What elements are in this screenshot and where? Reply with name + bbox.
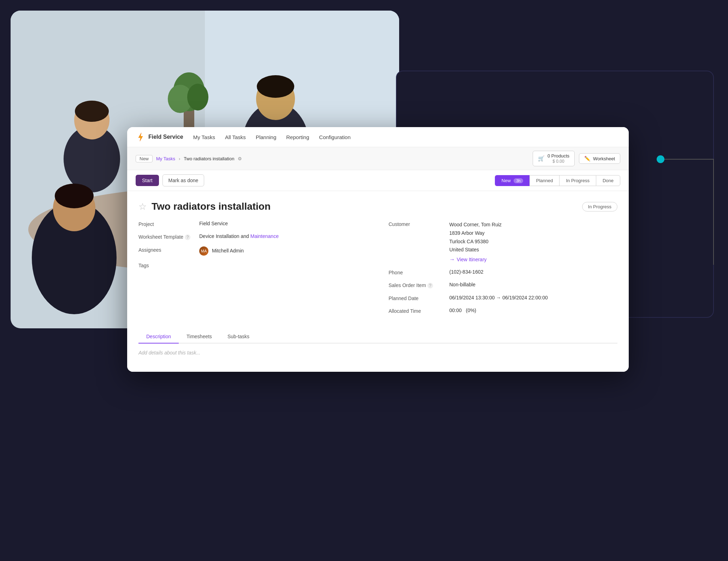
tab-sub-tasks[interactable]: Sub-tasks xyxy=(220,330,257,344)
project-label: Project xyxy=(138,221,195,227)
assignee-name: Mitchell Admin xyxy=(212,248,244,253)
field-sales-order: Sales Order Item ? Non-billable xyxy=(389,282,617,288)
planned-date-start: 06/19/2024 13:30:00 xyxy=(449,295,495,300)
customer-info: Wood Corner, Tom Ruiz 1839 Arbor Way Tur… xyxy=(449,221,502,263)
content-area: ☆ Two radiators installation In Progress… xyxy=(127,191,629,372)
step-done-label: Done xyxy=(603,178,614,183)
nav-bar: Field Service My Tasks All Tasks Plannin… xyxy=(127,127,629,147)
nav-logo: Field Service xyxy=(136,132,183,142)
arrow-right-icon: → xyxy=(449,256,455,263)
connector-line-horizontal xyxy=(664,159,714,160)
customer-name: Wood Corner, Tom Ruiz xyxy=(449,222,502,227)
worksheet-button[interactable]: ✏️ Worksheet xyxy=(579,153,620,164)
customer-address-1: 1839 Arbor Way xyxy=(449,230,485,236)
title-row: ☆ Two radiators installation In Progress xyxy=(138,201,617,212)
svg-point-15 xyxy=(257,75,294,98)
logo-icon xyxy=(136,132,146,142)
customer-label: Customer xyxy=(389,221,445,227)
allocated-time-value: 00:00 (0%) xyxy=(449,308,476,313)
maintenance-link[interactable]: Maintenance xyxy=(250,233,279,239)
avatar-initials: MA xyxy=(201,249,207,253)
products-price: $ 0.00 xyxy=(552,159,564,164)
sales-order-label: Sales Order Item ? xyxy=(389,282,445,288)
step-planned[interactable]: Planned xyxy=(529,175,560,186)
status-stepper: New 3h Planned In Progress Done xyxy=(495,175,620,186)
step-done[interactable]: Done xyxy=(596,175,620,186)
form-left: Project Field Service Worksheet Template… xyxy=(138,221,367,320)
allocated-time-percent: (0%) xyxy=(466,308,477,313)
task-title: Two radiators installation xyxy=(152,201,271,212)
nav-my-tasks[interactable]: My Tasks xyxy=(193,133,215,142)
step-new[interactable]: New 3h xyxy=(495,175,529,186)
step-new-badge: 3h xyxy=(514,178,523,183)
svg-point-12 xyxy=(55,184,94,208)
description-placeholder: Add details about this task... xyxy=(138,350,200,356)
nav-configuration[interactable]: Configuration xyxy=(319,133,350,142)
tab-description[interactable]: Description xyxy=(138,330,179,344)
description-area[interactable]: Add details about this task... xyxy=(138,344,617,362)
action-bar: Start Mark as done New 3h Planned In Pro… xyxy=(127,170,629,191)
breadcrumb-parent[interactable]: My Tasks xyxy=(156,156,175,161)
main-window: Field Service My Tasks All Tasks Plannin… xyxy=(127,127,629,372)
pencil-icon: ✏️ xyxy=(584,156,590,161)
star-icon[interactable]: ☆ xyxy=(138,201,147,212)
nav-reporting[interactable]: Reporting xyxy=(286,133,309,142)
planned-date-end: 06/19/2024 22:00:00 xyxy=(502,295,548,300)
phone-label: Phone xyxy=(389,269,445,275)
phone-value: (102)-834-1602 xyxy=(449,269,484,275)
field-phone: Phone (102)-834-1602 xyxy=(389,269,617,275)
project-value: Field Service xyxy=(199,221,228,226)
action-left: Start Mark as done xyxy=(136,174,204,186)
form-grid: Project Field Service Worksheet Template… xyxy=(138,221,617,320)
planned-date-label: Planned Date xyxy=(389,295,445,301)
start-button[interactable]: Start xyxy=(136,175,159,186)
tags-label: Tags xyxy=(138,262,195,268)
field-assignees: Assignees MA Mitchell Admin xyxy=(138,246,367,256)
help-icon-sales-order[interactable]: ? xyxy=(427,283,433,288)
worksheet-template-label: Worksheet Template ? xyxy=(138,233,195,240)
view-itinerary-label: View Itinerary xyxy=(457,257,487,262)
form-right: Customer Wood Corner, Tom Ruiz 1839 Arbo… xyxy=(389,221,617,320)
tab-timesheets[interactable]: Timesheets xyxy=(179,330,220,344)
assignees-label: Assignees xyxy=(138,246,195,253)
app-name: Field Service xyxy=(148,134,183,140)
worksheet-template-label-text: Worksheet Template xyxy=(138,234,183,240)
field-allocated-time: Allocated Time 00:00 (0%) xyxy=(389,308,617,314)
products-label: 0 Products $ 0.00 xyxy=(548,153,569,164)
tabs-bar: Description Timesheets Sub-tasks xyxy=(138,330,617,344)
svg-point-9 xyxy=(75,101,109,122)
step-new-label: New xyxy=(502,178,511,183)
breadcrumb-left: New My Tasks › Two radiators installatio… xyxy=(136,155,242,162)
settings-icon[interactable]: ⚙ xyxy=(238,156,242,161)
sales-order-value: Non-billable xyxy=(449,282,475,287)
help-icon-worksheet[interactable]: ? xyxy=(185,234,190,240)
connector-dot xyxy=(657,155,664,163)
field-planned-date: Planned Date 06/19/2024 13:30:00 → 06/19… xyxy=(389,295,617,301)
customer-address: Wood Corner, Tom Ruiz 1839 Arbor Way Tur… xyxy=(449,221,502,254)
allocated-time-label: Allocated Time xyxy=(389,308,445,314)
breadcrumb-bar: New My Tasks › Two radiators installatio… xyxy=(127,147,629,170)
mark-done-button[interactable]: Mark as done xyxy=(162,174,205,186)
breadcrumb-right: 🛒 0 Products $ 0.00 ✏️ Worksheet xyxy=(533,151,620,166)
products-button[interactable]: 🛒 0 Products $ 0.00 xyxy=(533,151,575,166)
step-in-progress[interactable]: In Progress xyxy=(559,175,596,186)
worksheet-label: Worksheet xyxy=(593,156,615,161)
step-in-progress-label: In Progress xyxy=(566,178,589,183)
step-planned-label: Planned xyxy=(536,178,553,183)
svg-marker-18 xyxy=(138,133,143,141)
status-badge-new: New xyxy=(136,155,153,162)
customer-address-3: United States xyxy=(449,247,479,252)
svg-point-6 xyxy=(187,84,208,111)
customer-address-2: Turlock CA 95380 xyxy=(449,239,489,244)
arrow-date-icon: → xyxy=(496,295,502,300)
worksheet-template-value: Device Installation and Maintenance xyxy=(199,233,279,239)
nav-all-tasks[interactable]: All Tasks xyxy=(225,133,246,142)
field-tags: Tags xyxy=(138,262,367,268)
view-itinerary-link[interactable]: → View Itinerary xyxy=(449,256,502,263)
nav-planning[interactable]: Planning xyxy=(256,133,276,142)
breadcrumb-separator: › xyxy=(179,156,180,161)
breadcrumb-current: Two radiators installation xyxy=(184,156,234,161)
field-customer: Customer Wood Corner, Tom Ruiz 1839 Arbo… xyxy=(389,221,617,263)
title-left: ☆ Two radiators installation xyxy=(138,201,271,212)
assignees-value: MA Mitchell Admin xyxy=(199,246,244,256)
